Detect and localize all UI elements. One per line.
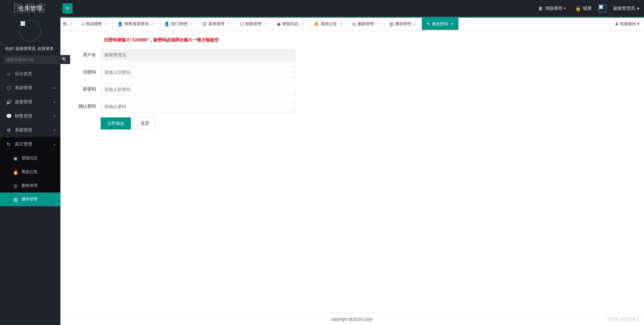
change-password-form: 用户名 旧密码 新密码 确认密码 立即修改 重置 [70,49,366,129]
tab-label: 缓存管理 [395,21,411,27]
close-icon[interactable]: ✕ [377,22,380,26]
broken-image-icon [599,5,603,9]
tab-label: 商品销售 [86,21,102,27]
close-icon[interactable]: ✕ [151,22,154,26]
row-new-pwd: 新密码 [70,83,366,95]
nav-label: 系统公告 [21,169,38,175]
confirm-pwd-label: 确认密码 [70,103,101,109]
row-username: 用户名 [70,49,366,61]
nav-label: 基础管理 [15,85,32,91]
tab-permission[interactable]: ⬡ 权限管理 ✕ [235,18,272,30]
user-name: 超级管理员 [613,5,635,11]
forward-icon: » [82,21,84,26]
nav-label: 其它管理 [15,141,32,147]
header-avatar[interactable] [598,4,606,12]
form-hint: 旧密码请输入"123456"，新密码必须两次输入一致才能提交 [104,37,634,43]
header: ≡ 🗑 清除缓存 🔒 锁屏 超级管理员 ▾ [60,0,644,17]
watermark: 围观客 [13,1,47,16]
close-icon[interactable]: ✕ [69,22,72,26]
welcome-text: 你好! 超级管理员, 欢迎登录 [0,43,60,55]
nav-other[interactable]: ↻ 其它管理 ▴ [0,137,60,151]
sidebar-search: 🔍 [0,55,60,67]
tab-label: 登陆日志 [282,21,298,27]
tab-truncated[interactable]: 询 ✕ [60,18,77,30]
nav-label: 后台首页 [15,71,32,77]
user-menu[interactable]: 超级管理员 ▾ [608,0,644,17]
tab-change-password[interactable]: ✎ 修改密码 ✕ [422,18,459,30]
reset-button[interactable]: 重置 [134,117,156,129]
old-password-input[interactable] [101,66,295,78]
menu-toggle[interactable]: ≡ [62,3,72,13]
row-confirm-pwd: 确认密码 [70,100,366,112]
page-ops-label: 页面操作 [620,21,636,27]
list-icon: ☰ [203,21,207,26]
menu-icon: ≡ [66,5,69,11]
new-password-input[interactable] [101,83,295,95]
close-icon[interactable]: ✕ [414,22,417,26]
tab-label: 部门管理 [171,21,187,27]
layers-icon: ▥ [13,197,18,202]
close-icon[interactable]: ✕ [451,22,454,26]
chevron-down-icon: ▾ [637,21,639,26]
nav-other-submenu: ◉ 登陆日志 🔥 系统公告 ◎ 图标管理 ▥ 缓存管理 [0,151,60,206]
form-buttons: 立即修改 重置 [101,117,366,129]
nav-label: 缓存管理 [21,197,38,202]
close-icon[interactable]: ✕ [264,22,267,26]
row-old-pwd: 旧密码 [70,66,366,78]
user-icon: 👤 [164,21,169,26]
tab-login-log[interactable]: ◉ 登陆日志 ✕ [272,18,309,30]
close-icon[interactable]: ✕ [190,22,193,26]
tab-cache-mgmt[interactable]: ▥ 缓存管理 ✕ [385,18,422,30]
nav-sales[interactable]: 💬 销售管理 ▾ [0,109,60,123]
nav-label: 进货管理 [15,99,32,105]
nav-cache-mgmt[interactable]: ▥ 缓存管理 [0,193,60,206]
avatar-section [0,17,60,43]
nav-purchase[interactable]: 🔊 进货管理 ▾ [0,95,60,109]
tab-department[interactable]: 👤 部门管理 ✕ [159,18,198,30]
new-pwd-label: 新密码 [70,86,101,92]
lock-button[interactable]: 🔒 锁屏 [571,0,596,17]
compass-icon: ◎ [352,21,356,26]
nav-system[interactable]: ⚙ 系统管理 ▾ [0,123,60,137]
close-icon[interactable]: ✕ [227,22,230,26]
close-icon[interactable]: ✕ [301,22,304,26]
home-icon: ⌂ [6,71,11,76]
tab-label: 询 [62,21,66,27]
avatar[interactable] [19,20,41,42]
cube-icon: ⬡ [6,85,11,91]
nav-label: 系统管理 [15,127,32,133]
content: 旧密码请输入"123456"，新密码必须两次输入一致才能提交 用户名 旧密码 新… [60,30,644,313]
compass-icon: ◎ [13,183,18,188]
search-input[interactable] [3,55,59,64]
nav-announcement[interactable]: 🔥 系统公告 [0,165,60,179]
username-input [101,49,295,61]
tab-product-sales[interactable]: » 商品销售 ✕ [77,18,113,30]
tab-announcement[interactable]: 🔥 系统公告 ✕ [309,18,348,30]
app-logo: 仓库管理 围观客 [0,0,60,17]
tab-return-query[interactable]: 👤 销售退货查询 ✕ [113,18,159,30]
tab-label: 修改密码 [432,21,448,27]
page-operations[interactable]: ◈ 页面操作 ▾ [610,18,644,30]
tab-label: 菜单管理 [208,21,225,27]
tab-label: 图标管理 [358,21,374,27]
nav-home[interactable]: ⌂ 后台首页 [0,67,60,81]
nav-label: 销售管理 [15,113,32,119]
clear-cache-button[interactable]: 🗑 清除缓存 [534,0,571,17]
broken-image-icon [20,21,25,26]
nav-login-log[interactable]: ◉ 登陆日志 [0,151,60,165]
close-icon[interactable]: ✕ [340,22,343,26]
layers-icon: ▥ [389,21,393,26]
tab-icon-mgmt[interactable]: ◎ 图标管理 ✕ [348,18,385,30]
nav-basic[interactable]: ⬡ 基础管理 ▾ [0,81,60,95]
gear-icon: ⚙ [6,127,11,133]
tab-menu[interactable]: ☰ 菜单管理 ✕ [198,18,235,30]
close-icon[interactable]: ✕ [105,22,108,26]
confirm-password-input[interactable] [101,100,295,112]
nav-label: 图标管理 [21,183,38,188]
old-pwd-label: 旧密码 [70,69,101,75]
submit-button[interactable]: 立即修改 [101,117,131,129]
clear-cache-label: 清除缓存 [545,5,562,11]
edit-icon: ✎ [427,21,430,26]
nav-icon-mgmt[interactable]: ◎ 图标管理 [0,179,60,193]
speaker-icon: 🔊 [6,99,11,105]
